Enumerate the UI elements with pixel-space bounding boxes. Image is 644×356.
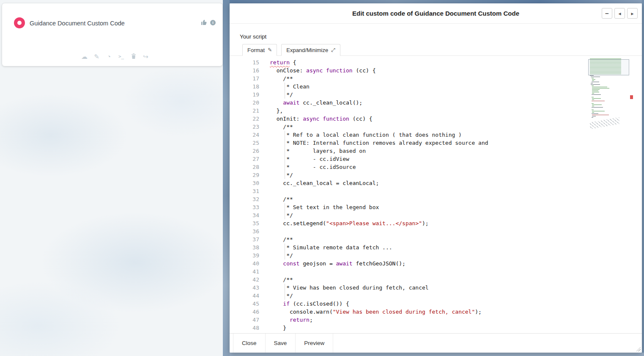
delete-icon[interactable] [130, 53, 137, 60]
code-line: 44 */ [247, 292, 633, 300]
navigate-previous-button[interactable]: ◂ [614, 8, 625, 19]
code-line: 48 } [247, 324, 633, 332]
line-number: 23 [247, 123, 270, 131]
line-number: 21 [247, 107, 270, 115]
code-line: 34 */ [247, 211, 633, 219]
code-line: 39 */ [247, 251, 633, 259]
line-number: 37 [247, 235, 270, 243]
editor-toolbar: Format ✎ Expand/Minimize ⤢ [230, 44, 642, 56]
scrollbar-error-marker[interactable] [630, 95, 633, 99]
code-line: 43 * View has been closed during fetch, … [247, 284, 633, 292]
code-line: 30 cc._clean_local = cleanLocal; [247, 179, 633, 187]
view-card: Guidance Document Custom Code i ☁ ✎ ◔ >_… [2, 3, 222, 66]
line-number: 24 [247, 131, 270, 139]
code-line: 28 * - cc.idSource [247, 163, 633, 171]
line-number: 17 [247, 75, 270, 83]
expand-minimize-button[interactable]: Expand/Minimize ⤢ [281, 44, 340, 56]
line-number: 36 [247, 227, 270, 235]
line-number: 45 [247, 300, 270, 308]
line-number: 46 [247, 308, 270, 316]
map-strip-top [230, 0, 644, 3]
code-line: 33 * Set text in the legend box [247, 203, 633, 211]
line-number: 47 [247, 316, 270, 324]
minimap-lines [590, 75, 628, 118]
code-line: 40 const geojson = await fetchGeoJSON(); [247, 259, 633, 268]
code-line: 19 */ [247, 91, 633, 99]
share-icon[interactable]: ↪ [142, 53, 149, 60]
edit-icon[interactable]: ✎ [93, 53, 100, 60]
code-line: 23 /** [247, 123, 633, 131]
close-button[interactable]: Close [233, 334, 266, 353]
expand-button-label: Expand/Minimize [286, 47, 328, 53]
line-number: 22 [247, 115, 270, 123]
code-editor[interactable]: 15return {16 onClose: async function (cc… [247, 56, 633, 334]
line-number: 35 [247, 219, 270, 227]
chart-icon[interactable]: ◔ [105, 53, 112, 60]
expand-icon: ⤢ [331, 47, 335, 53]
line-number: 28 [247, 163, 270, 171]
modal-header: Edit custom code of Guidance Document Cu… [230, 3, 642, 24]
line-number: 43 [247, 284, 270, 292]
code-line: 45 if (cc.isClosed()) { [247, 300, 633, 308]
code-line: 36 [247, 227, 633, 235]
map-strip-bottom [230, 353, 644, 356]
line-number: 15 [247, 58, 270, 66]
line-number: 26 [247, 147, 270, 155]
line-number: 20 [247, 99, 270, 107]
line-number: 44 [247, 292, 270, 300]
code-line: 21 }, [247, 107, 633, 115]
code-line: 35 cc.setLegend("<span>Please wait...</s… [247, 219, 633, 227]
code-line: 16 onClose: async function (cc) { [247, 66, 633, 75]
modal-footer: Close Save Preview [230, 333, 642, 353]
line-number: 41 [247, 268, 270, 276]
navigate-next-button[interactable]: ▸ [627, 8, 638, 19]
code-line: 20 await cc._clean_local(); [247, 99, 633, 107]
format-button-label: Format [247, 47, 265, 53]
code-line: 17 /** [247, 75, 633, 83]
minimap-viewport[interactable] [588, 59, 629, 75]
format-button[interactable]: Format ✎ [242, 44, 277, 56]
code-line: 42 /** [247, 276, 633, 284]
code-line: 32 /** [247, 195, 633, 203]
line-number: 16 [247, 66, 270, 75]
map-strip-right [642, 0, 644, 356]
code-line: 15return { [247, 58, 633, 66]
view-action-toolbar: ☁ ✎ ◔ >_ ↪ [81, 53, 149, 60]
minimize-button[interactable]: − [602, 8, 612, 19]
code-line: 29 */ [247, 171, 633, 179]
code-line: 38 * Simulate remote data fetch ... [247, 243, 633, 251]
line-number: 19 [247, 91, 270, 99]
format-pencil-icon: ✎ [268, 47, 272, 53]
line-number: 40 [247, 259, 270, 268]
cloud-icon[interactable]: ☁ [81, 53, 88, 60]
validation-icon[interactable] [201, 19, 207, 25]
line-number: 30 [247, 179, 270, 187]
code-line: 25 * NOTE: Internal function removes alr… [247, 139, 633, 147]
code-line: 22 onInit: async function (cc) { [247, 115, 633, 123]
code-line: 26 * layers, based on [247, 147, 633, 155]
modal-header-controls: − ◂ ▸ [602, 8, 638, 19]
code-line: 18 * Clean [247, 83, 633, 91]
line-number: 27 [247, 155, 270, 163]
info-icon[interactable]: i [210, 20, 216, 25]
preview-button[interactable]: Preview [296, 334, 333, 353]
line-number: 18 [247, 83, 270, 91]
line-number: 48 [247, 324, 270, 332]
view-title: Guidance Document Custom Code [30, 20, 125, 27]
line-number: 34 [247, 211, 270, 219]
line-number: 29 [247, 171, 270, 179]
code-line: 47 return; [247, 316, 633, 324]
editor-minimap[interactable] [590, 58, 628, 127]
edit-code-modal: Edit custom code of Guidance Document Cu… [230, 3, 642, 353]
code-line: 27 * - cc.idView [247, 155, 633, 163]
code-line: 31 [247, 187, 633, 195]
view-logo-icon [14, 17, 25, 28]
code-line: 24 * Ref to a local clean function ( tha… [247, 131, 633, 139]
script-section-label: Your script [240, 33, 266, 40]
modal-title: Edit custom code of Guidance Document Cu… [230, 3, 642, 23]
terminal-icon[interactable]: >_ [118, 53, 125, 60]
map-strip-left [223, 0, 230, 356]
line-number: 38 [247, 243, 270, 251]
save-button[interactable]: Save [266, 334, 296, 353]
code-lines: 15return {16 onClose: async function (cc… [247, 56, 633, 332]
